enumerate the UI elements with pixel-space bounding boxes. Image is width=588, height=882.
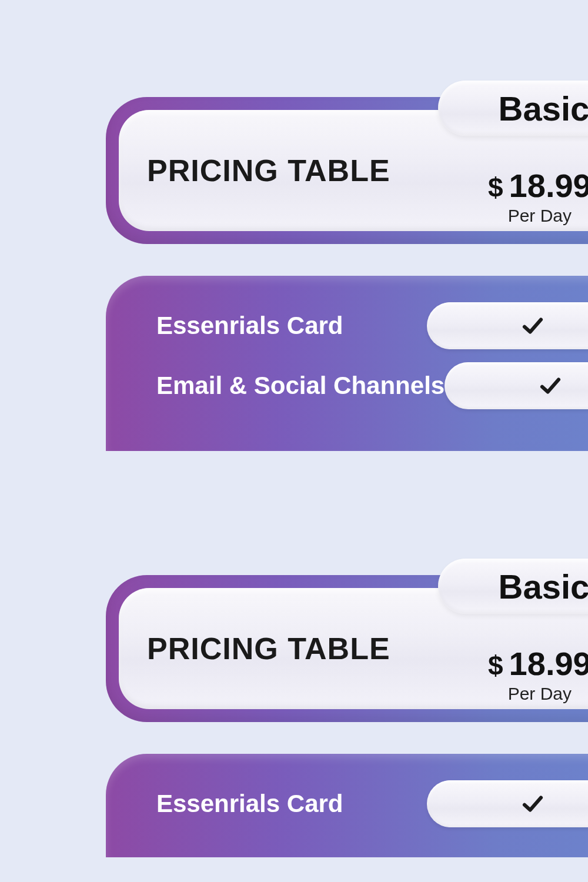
pricing-title: PRICING TABLE [147, 153, 390, 188]
price-period: Per Day [488, 206, 588, 226]
check-icon [520, 313, 545, 338]
feature-status-pill [427, 780, 588, 827]
pricing-title: PRICING TABLE [147, 631, 390, 666]
currency-symbol: $ [488, 172, 503, 203]
feature-label: Essenrials Card [156, 790, 427, 818]
feature-status-pill [427, 302, 588, 349]
features-panel: Essenrials Card Email & Social Channels [106, 276, 588, 451]
feature-label: Essenrials Card [156, 312, 427, 340]
feature-row: Essenrials Card [106, 774, 588, 834]
price-value: 18.99 [509, 166, 588, 205]
feature-row: Email & Social Channels [106, 356, 588, 416]
plan-name-pill: Basic [438, 559, 588, 614]
features-panel: Essenrials Card [106, 754, 588, 857]
feature-label: Email & Social Channels [156, 372, 445, 400]
plan-name-pill: Basic [438, 81, 588, 136]
price-box: $ 18.99 Per Day [488, 644, 588, 704]
plan-name-label: Basic [499, 567, 588, 606]
pricing-header: PRICING TABLE $ 18.99 Per Day Basic [106, 575, 588, 722]
check-icon [538, 373, 563, 398]
currency-symbol: $ [488, 650, 503, 681]
pricing-card: PRICING TABLE $ 18.99 Per Day Basic Esse… [106, 575, 588, 857]
feature-row: Essenrials Card [106, 296, 588, 356]
plan-name-label: Basic [499, 89, 588, 128]
pricing-card: PRICING TABLE $ 18.99 Per Day Basic Esse… [106, 97, 588, 451]
pricing-header: PRICING TABLE $ 18.99 Per Day Basic [106, 97, 588, 244]
feature-status-pill [445, 362, 588, 409]
price-value: 18.99 [509, 644, 588, 683]
check-icon [520, 791, 545, 816]
price-period: Per Day [488, 684, 588, 704]
price-box: $ 18.99 Per Day [488, 166, 588, 226]
